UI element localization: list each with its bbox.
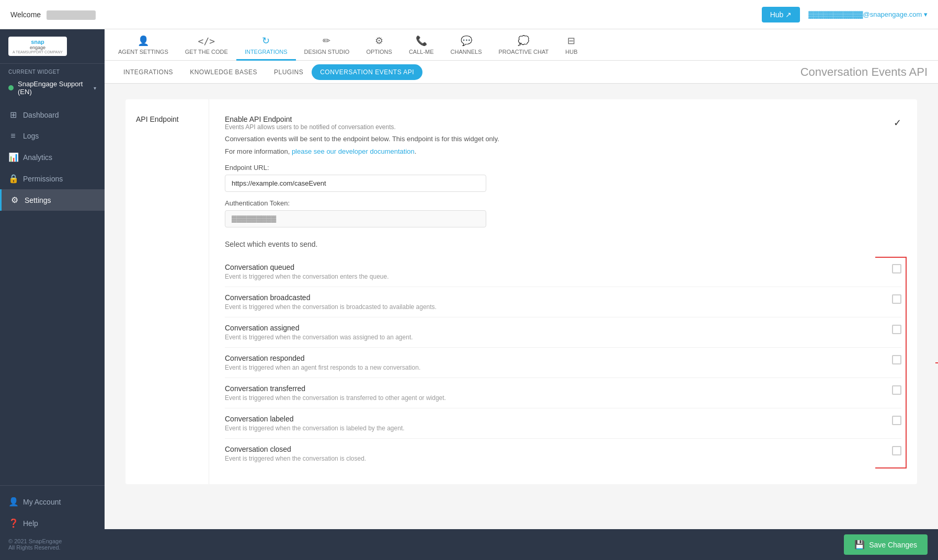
main-layout: snap engage A TEAMSUPPORT COMPANY CURREN…	[0, 29, 938, 560]
tab-get-the-code[interactable]: </> GET THE CODE	[177, 31, 236, 61]
card-section-title: API Endpoint	[136, 115, 198, 123]
proactive-chat-icon: 💭	[518, 35, 529, 47]
tab-channels[interactable]: 💬 CHANNELS	[442, 31, 490, 61]
event-checkbox-transferred[interactable]	[892, 385, 901, 395]
enable-label: Enable API Endpoint	[225, 115, 396, 123]
top-header: Welcome ▓▓▓▓▓▓▓▓▓ Hub ↗ ▓▓▓▓▓▓▓▓▓▓▓@snap…	[0, 0, 938, 29]
event-checkbox-broadcasted[interactable]	[892, 294, 901, 304]
sub-tab-plugins[interactable]: PLUGINS	[266, 64, 312, 80]
tab-call-me[interactable]: 📞 CALL-ME	[401, 31, 442, 61]
event-name: Conversation closed	[225, 445, 882, 453]
sidebar-item-label: Logs	[23, 132, 39, 140]
endpoint-url-label: Endpoint URL:	[225, 164, 901, 172]
event-name: Conversation transferred	[225, 384, 882, 393]
tab-label: PROACTIVE CHAT	[498, 49, 548, 55]
settings-icon: ⚙	[10, 195, 19, 205]
tab-label: GET THE CODE	[185, 49, 228, 55]
events-list-wrapper: Different conversation events Conversati…	[225, 257, 901, 468]
sidebar-bottom: 👤 My Account ❓ Help © 2021 SnapEngage Al…	[0, 485, 105, 560]
analytics-icon: 📊	[8, 152, 18, 162]
auth-token-input[interactable]	[225, 210, 486, 227]
widget-chevron-icon: ▾	[94, 85, 96, 91]
events-section-title: Select which events to send.	[225, 240, 901, 248]
sidebar-logo: snap engage A TEAMSUPPORT COMPANY	[0, 29, 105, 64]
content-area: 👤 AGENT SETTINGS </> GET THE CODE ↻ INTE…	[105, 29, 938, 560]
event-info: Conversation assigned Event is triggered…	[225, 324, 882, 341]
tab-bar: 👤 AGENT SETTINGS </> GET THE CODE ↻ INTE…	[105, 29, 938, 61]
event-checkbox-assigned[interactable]	[892, 325, 901, 334]
event-desc: Event is triggered when the conversation…	[225, 425, 882, 432]
event-desc: Event is triggered when the conversation…	[225, 394, 882, 402]
event-row-assigned: Conversation assigned Event is triggered…	[225, 317, 901, 348]
widget-status-dot	[8, 85, 14, 90]
endpoint-url-input[interactable]	[225, 175, 486, 192]
event-info: Conversation closed Event is triggered w…	[225, 445, 882, 462]
event-row-closed: Conversation closed Event is triggered w…	[225, 439, 901, 468]
enable-checkmark[interactable]: ✓	[894, 117, 901, 129]
channels-icon: 💬	[461, 35, 472, 47]
hub-icon: ⊟	[567, 35, 575, 47]
dev-docs-link[interactable]: please see our developer documentation	[292, 147, 415, 155]
event-row-responded: Conversation responded Event is triggere…	[225, 348, 901, 378]
sidebar: snap engage A TEAMSUPPORT COMPANY CURREN…	[0, 29, 105, 560]
event-desc: Event is triggered when the conversation…	[225, 273, 882, 280]
widget-selector[interactable]: SnapEngage Support (EN) ▾	[0, 77, 105, 99]
sidebar-item-label: Dashboard	[23, 111, 59, 119]
event-checkbox-responded[interactable]	[892, 355, 901, 364]
tab-options[interactable]: ⚙ OPTIONS	[358, 31, 401, 61]
event-name: Conversation broadcasted	[225, 293, 882, 302]
sidebar-item-label: Permissions	[23, 175, 63, 183]
tab-proactive-chat[interactable]: 💭 PROACTIVE CHAT	[490, 31, 557, 61]
save-bar: 💾 Save Changes	[105, 529, 938, 560]
current-widget-label: CURRENT WIDGET	[0, 64, 105, 77]
integrations-icon: ↻	[262, 35, 270, 47]
tab-label: AGENT SETTINGS	[118, 49, 168, 55]
event-info: Conversation transferred Event is trigge…	[225, 384, 882, 402]
annotation-area: Different conversation events	[935, 359, 938, 367]
sidebar-item-permissions[interactable]: 🔒 Permissions	[0, 168, 105, 189]
sidebar-item-label: Analytics	[23, 153, 52, 162]
event-checkbox-closed[interactable]	[892, 446, 901, 455]
save-button[interactable]: 💾 Save Changes	[844, 534, 928, 555]
event-desc: Event is triggered when the conversation…	[225, 455, 882, 462]
sidebar-item-logs[interactable]: ≡ Logs	[0, 125, 105, 146]
sidebar-item-dashboard[interactable]: ⊞ Dashboard	[0, 104, 105, 125]
tab-label: CHANNELS	[451, 49, 482, 55]
sub-tab-knowledge-bases[interactable]: KNOWLEDGE BASES	[181, 64, 266, 80]
tab-integrations[interactable]: ↻ INTEGRATIONS	[236, 31, 296, 61]
events-section: Select which events to send. Different c…	[225, 240, 901, 468]
info-text-2: For more information, please see our dev…	[225, 146, 901, 157]
logs-icon: ≡	[8, 131, 18, 141]
user-email[interactable]: ▓▓▓▓▓▓▓▓▓▓▓@snapengage.com ▾	[808, 10, 928, 18]
header-right: Hub ↗ ▓▓▓▓▓▓▓▓▓▓▓@snapengage.com ▾	[762, 7, 928, 22]
sidebar-item-analytics[interactable]: 📊 Analytics	[0, 146, 105, 168]
sub-tab-conversation-events-api[interactable]: CONVERSATION EVENTS API	[312, 64, 422, 80]
options-icon: ⚙	[375, 35, 383, 47]
event-name: Conversation assigned	[225, 324, 882, 332]
get-code-icon: </>	[198, 36, 215, 47]
sidebar-item-help[interactable]: ❓ Help	[0, 512, 105, 534]
dashboard-icon: ⊞	[8, 110, 18, 120]
main-content: API Endpoint Enable API Endpoint Events …	[105, 84, 938, 529]
welcome-user: ▓▓▓▓▓▓▓▓▓	[47, 10, 96, 20]
event-desc: Event is triggered when the conversation…	[225, 303, 882, 311]
footer-line1: © 2021 SnapEngage	[8, 538, 96, 544]
page-title: Conversation Events API	[800, 65, 928, 79]
tab-design-studio[interactable]: ✏ DESIGN STUDIO	[296, 31, 358, 61]
save-button-label: Save Changes	[869, 541, 917, 549]
sidebar-item-settings[interactable]: ⚙ Settings	[0, 189, 105, 211]
sidebar-item-my-account[interactable]: 👤 My Account	[0, 491, 105, 512]
event-desc: Event is triggered when an agent first r…	[225, 364, 882, 371]
event-checkbox-labeled[interactable]	[892, 416, 901, 425]
welcome-label: Welcome	[10, 10, 41, 19]
welcome-area: Welcome ▓▓▓▓▓▓▓▓▓	[10, 10, 96, 19]
hub-button[interactable]: Hub ↗	[762, 7, 800, 22]
help-icon: ❓	[8, 518, 18, 528]
event-row-transferred: Conversation transferred Event is trigge…	[225, 378, 901, 408]
tab-hub[interactable]: ⊟ HUB	[557, 31, 586, 61]
event-checkbox-queued[interactable]	[892, 264, 901, 273]
enable-desc: Events API allows users to be notified o…	[225, 123, 396, 131]
footer-line2: All Rights Reserved.	[8, 544, 96, 551]
tab-agent-settings[interactable]: 👤 AGENT SETTINGS	[110, 31, 177, 61]
sub-tab-integrations[interactable]: INTEGRATIONS	[115, 64, 181, 80]
